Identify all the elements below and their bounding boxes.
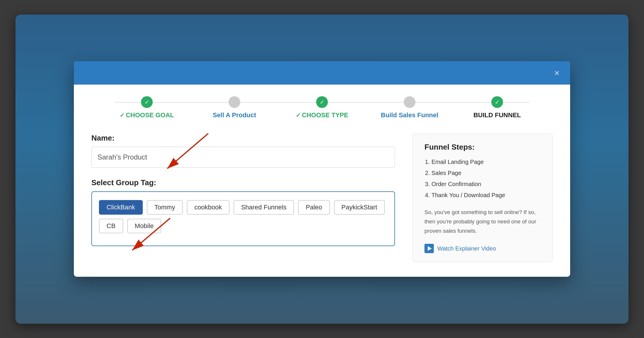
- checkmark-choose-type: ✓: [296, 112, 301, 118]
- funnel-step-3: Order Confirmation: [431, 180, 541, 188]
- step-dot-choose-type: ✓: [316, 96, 328, 108]
- step-dot-build-sales-funnel: [404, 96, 415, 108]
- tag-paleo[interactable]: Paleo: [298, 200, 330, 215]
- step-build-sales-funnel: Build Sales Funnel: [366, 96, 453, 119]
- step-dot-choose-goal: ✓: [141, 96, 153, 108]
- tag-shared-funnels[interactable]: Shared Funnels: [234, 200, 294, 215]
- progress-bar: ✓ ✓CHOOSE GOAL Sell A Product ✓: [91, 96, 553, 119]
- step-label-build-funnel: BUILD FUNNEL: [474, 111, 521, 119]
- name-label: Name:: [91, 134, 395, 143]
- tags-row-1: ClickBank Tommy cookbook Shared Funnels …: [99, 200, 387, 215]
- step-choose-type: ✓ ✓CHOOSE TYPE: [278, 96, 366, 119]
- content-area: Name: Select Group Tag: ClickBank Tommy …: [91, 134, 553, 262]
- step-dot-sell-product: [229, 96, 240, 108]
- tag-tommy[interactable]: Tommy: [147, 200, 183, 215]
- step-label-sell-product: Sell A Product: [213, 111, 256, 119]
- tag-container: ClickBank Tommy cookbook Shared Funnels …: [91, 191, 395, 246]
- play-icon: [424, 244, 434, 253]
- watch-video-link[interactable]: Watch Explainer Video: [424, 244, 541, 253]
- tag-paykickstart[interactable]: PaykickStart: [334, 200, 385, 215]
- name-input[interactable]: [91, 147, 395, 168]
- funnel-steps-title: Funnel Steps:: [424, 143, 541, 152]
- step-choose-goal: ✓ ✓CHOOSE GOAL: [103, 96, 191, 119]
- step-sell-product: Sell A Product: [191, 96, 278, 119]
- step-label-build-sales-funnel: Build Sales Funnel: [381, 111, 438, 119]
- video-link-label: Watch Explainer Video: [437, 245, 496, 252]
- tag-cookbook[interactable]: cookbook: [187, 200, 229, 215]
- tag-mobile[interactable]: Mobile: [127, 219, 161, 233]
- funnel-description: So, you've got something to sell online?…: [424, 208, 541, 236]
- tag-label: Select Group Tag:: [91, 178, 395, 187]
- checkmark-choose-goal: ✓: [120, 112, 125, 118]
- modal-dialog: × ✓ ✓CHOOSE GOAL: [74, 61, 570, 277]
- screen-background: × ✓ ✓CHOOSE GOAL: [15, 15, 629, 324]
- close-button[interactable]: ×: [554, 68, 560, 78]
- modal-header: ×: [74, 61, 570, 85]
- step-dot-build-funnel: ✓: [491, 96, 503, 108]
- tags-row-2: CB Mobile: [99, 219, 387, 233]
- right-panel: Funnel Steps: Email Landing Page Sales P…: [412, 134, 553, 262]
- step-label-choose-type: ✓CHOOSE TYPE: [296, 111, 348, 119]
- step-build-funnel: ✓ BUILD FUNNEL: [453, 96, 541, 119]
- modal-body: ✓ ✓CHOOSE GOAL Sell A Product ✓: [74, 85, 570, 277]
- tag-clickbank[interactable]: ClickBank: [99, 200, 143, 215]
- tag-cb[interactable]: CB: [99, 219, 123, 233]
- funnel-step-4: Thank You / Download Page: [431, 191, 541, 199]
- funnel-step-1: Email Landing Page: [431, 157, 541, 166]
- funnel-steps-list: Email Landing Page Sales Page Order Conf…: [424, 157, 541, 199]
- left-panel: Name: Select Group Tag: ClickBank Tommy …: [91, 134, 395, 262]
- step-label-choose-goal: ✓CHOOSE GOAL: [120, 111, 174, 119]
- funnel-step-2: Sales Page: [431, 169, 541, 177]
